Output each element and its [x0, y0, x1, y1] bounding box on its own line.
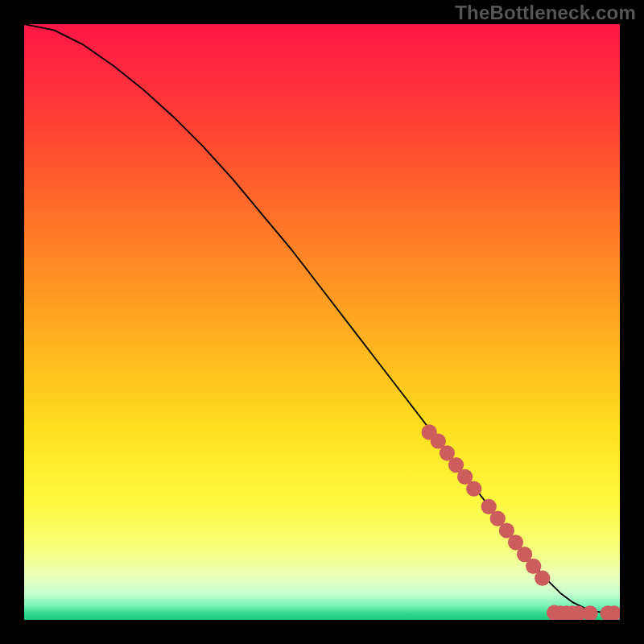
highlight-dot: [466, 481, 481, 497]
chart-svg: [24, 24, 620, 620]
highlight-dot: [535, 571, 550, 586]
chart-container: TheBottleneck.com: [0, 0, 644, 644]
plot-area: [24, 24, 620, 620]
watermark-text: TheBottleneck.com: [455, 2, 636, 24]
gradient-background: [24, 24, 620, 620]
